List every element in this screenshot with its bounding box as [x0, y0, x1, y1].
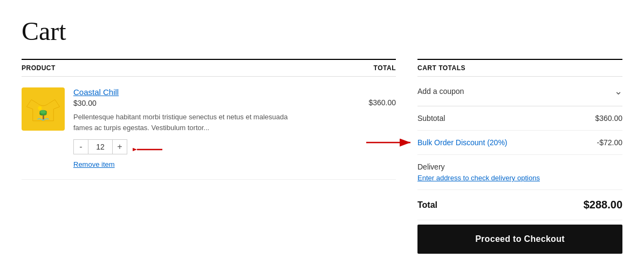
item-price: $30.00	[73, 99, 344, 107]
delivery-link[interactable]: Enter address to check delivery options	[417, 174, 540, 182]
quantity-row: - +	[73, 139, 344, 160]
cart-layout: PRODUCT TOTAL	[22, 59, 622, 254]
total-header: TOTAL	[374, 64, 396, 72]
item-details: Coastal Chill $30.00 Pellentesque habita…	[73, 87, 344, 168]
quantity-increase-button[interactable]: +	[112, 139, 127, 154]
cart-main: PRODUCT TOTAL	[22, 59, 396, 254]
cart-item: Coastal Chill $30.00 Pellentesque habita…	[22, 77, 396, 180]
discount-arrow-icon	[366, 135, 415, 150]
remove-item-button[interactable]: Remove item	[73, 160, 115, 168]
discount-label: Bulk Order Discount (20%)	[417, 138, 508, 147]
page-wrapper: Cart PRODUCT TOTAL	[0, 0, 644, 271]
coupon-label: Add a coupon	[417, 87, 464, 96]
delivery-title: Delivery	[417, 162, 622, 171]
tshirt-icon	[24, 90, 62, 128]
svg-point-4	[38, 106, 42, 110]
total-row: Total $288.00	[417, 190, 622, 220]
chevron-down-icon: ⌄	[614, 85, 622, 97]
delivery-section: Delivery Enter address to check delivery…	[417, 155, 622, 190]
product-header: PRODUCT	[22, 64, 56, 72]
total-label: Total	[417, 200, 437, 210]
subtotal-value: $360.00	[595, 114, 622, 123]
cart-sidebar: CART TOTALS Add a coupon ⌄ Subtotal $360…	[417, 59, 622, 254]
coupon-row[interactable]: Add a coupon ⌄	[417, 77, 622, 106]
product-image	[22, 87, 65, 131]
discount-value: -$72.00	[597, 138, 622, 147]
discount-row: Bulk Order Discount (20%) -$72.00	[417, 131, 622, 155]
quantity-input[interactable]	[88, 139, 112, 154]
svg-point-3	[40, 110, 46, 114]
qty-arrow-icon	[133, 142, 165, 157]
item-total: $360.00	[353, 87, 396, 107]
cart-table-header: PRODUCT TOTAL	[22, 59, 396, 77]
quantity-controls: - +	[73, 139, 127, 154]
sidebar-title: CART TOTALS	[417, 59, 622, 77]
page-title: Cart	[22, 16, 622, 46]
subtotal-label: Subtotal	[417, 114, 445, 123]
total-value: $288.00	[584, 199, 622, 211]
checkout-button[interactable]: Proceed to Checkout	[417, 225, 622, 254]
subtotal-row: Subtotal $360.00	[417, 106, 622, 131]
item-name[interactable]: Coastal Chill	[73, 87, 344, 97]
item-description: Pellentesque habitant morbi tristique se…	[73, 112, 289, 133]
quantity-decrease-button[interactable]: -	[73, 139, 88, 154]
